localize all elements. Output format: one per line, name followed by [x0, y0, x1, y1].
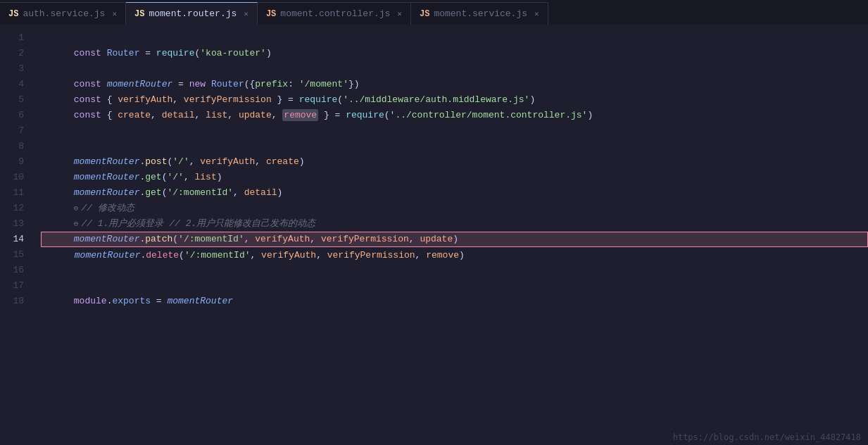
line-numbers: 1 2 3 4 5 6 7 8 9 10 11 12 13 14 15 16 1…: [0, 25, 35, 445]
code-line-16: [41, 263, 868, 278]
tab-bar: JS auth.service.js ✕ JS moment.router.js…: [0, 0, 868, 25]
line-num-12: 12: [0, 201, 24, 216]
code-line-5: const { create, detail, list, update, re…: [41, 92, 868, 108]
tab-moment-router[interactable]: JS moment.router.js ✕: [126, 2, 258, 25]
tab-label: moment.router.js: [149, 8, 237, 19]
tab-label: moment.controller.js: [280, 8, 390, 19]
line-num-16: 16: [0, 263, 24, 278]
code-area[interactable]: const Router = require('koa-router') con…: [35, 25, 868, 445]
code-line-18: [41, 294, 868, 309]
js-file-icon: JS: [420, 9, 429, 19]
code-line-7: [41, 123, 868, 139]
code-line-6: [41, 108, 868, 123]
editor: 1 2 3 4 5 6 7 8 9 10 11 12 13 14 15 16 1…: [0, 25, 868, 445]
code-line-14: momentRouter.delete('/:momentId', verify…: [41, 232, 868, 247]
line-num-8: 8: [0, 139, 24, 154]
line-num-13: 13: [0, 216, 24, 232]
line-num-3: 3: [0, 61, 24, 77]
line-num-2: 2: [0, 46, 24, 61]
line-num-18: 18: [0, 294, 24, 309]
code-line-9: momentRouter.get('/', list): [41, 154, 868, 170]
code-line-10: momentRouter.get('/:momentId', detail): [41, 170, 868, 185]
code-line-12: ⊖// 1.用户必须登录 // 2.用户只能修改自己发布的动态: [41, 201, 868, 216]
line-num-10: 10: [0, 170, 24, 185]
tab-moment-controller[interactable]: JS moment.controller.js ✕: [258, 2, 411, 25]
tab-auth-service[interactable]: JS auth.service.js ✕: [0, 2, 126, 25]
code-line-3: const momentRouter = new Router({prefix:…: [41, 61, 868, 77]
tab-close-button[interactable]: ✕: [397, 9, 402, 18]
line-num-5: 5: [0, 92, 24, 108]
tab-moment-service[interactable]: JS moment.service.js ✕: [411, 2, 548, 25]
line-num-4: 4: [0, 77, 24, 92]
code-line-11: ⊖// 修改动态: [41, 185, 868, 201]
line-num-17: 17: [0, 278, 24, 294]
js-file-icon: JS: [266, 9, 276, 19]
js-file-icon: JS: [8, 9, 18, 19]
line-num-14: 14: [0, 232, 24, 247]
line-num-9: 9: [0, 154, 24, 170]
code-line-4: const { verifyAuth, verifyPermission } =…: [41, 77, 868, 92]
watermark: https://blog.csdn.net/weixin_44827418: [673, 432, 861, 442]
line-num-15: 15: [0, 247, 24, 263]
tab-close-button[interactable]: ✕: [112, 9, 117, 18]
code-line-1: const Router = require('koa-router'): [41, 30, 868, 46]
code-line-8: momentRouter.post('/', verifyAuth, creat…: [41, 139, 868, 154]
code-line-17: module.exports = momentRouter: [41, 278, 868, 294]
js-file-icon: JS: [134, 9, 144, 19]
tab-label: moment.service.js: [434, 8, 527, 19]
code-line-13: momentRouter.patch('/:momentId', verifyA…: [41, 216, 868, 232]
line-num-7: 7: [0, 123, 24, 139]
tab-close-button[interactable]: ✕: [534, 9, 539, 18]
code-line-2: [41, 46, 868, 61]
tab-close-button[interactable]: ✕: [244, 9, 249, 18]
line-num-1: 1: [0, 30, 24, 46]
tab-label: auth.service.js: [23, 8, 105, 19]
code-line-15: [41, 247, 868, 263]
line-num-6: 6: [0, 108, 24, 123]
line-num-11: 11: [0, 185, 24, 201]
